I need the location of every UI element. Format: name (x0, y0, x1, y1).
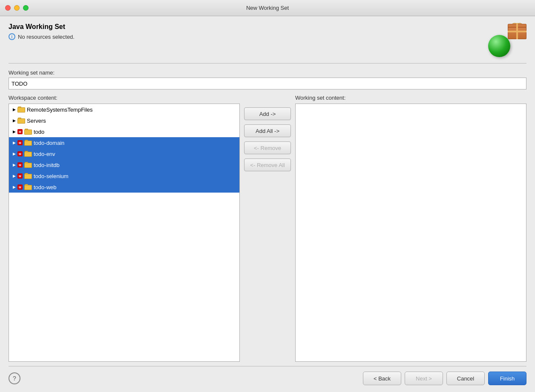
maximize-button[interactable] (23, 5, 29, 11)
maven-badge-todo-domain: M (17, 140, 23, 145)
title-bar: New Working Set (0, 0, 535, 16)
expand-arrow-todo-env: ▶ (12, 151, 17, 156)
remove-all-button[interactable]: <- Remove All (244, 159, 291, 171)
tree-item-label: todo-env (34, 151, 55, 157)
green-sphere-icon (488, 35, 510, 57)
tree-item-todo-selenium[interactable]: ▶ M todo-selenium (9, 170, 239, 182)
workspace-content-panel: Workspace content: ▶ RemoteSystemsTempFi… (9, 95, 240, 362)
name-label: Working set name: (9, 69, 526, 76)
gift-box-icon (508, 23, 526, 39)
folder-icon-todo-selenium (24, 173, 32, 179)
add-all-button[interactable]: Add All -> (244, 124, 291, 137)
maven-badge-todo-initdb: M (17, 162, 23, 167)
workspace-label: Workspace content: (9, 95, 240, 101)
back-button[interactable]: < Back (363, 372, 401, 385)
decorative-icon (488, 23, 526, 57)
tree-item-label: todo (34, 129, 44, 135)
tree-item-servers[interactable]: ▶ Servers (9, 115, 239, 126)
status-message: No resources selected. (18, 34, 75, 40)
tree-item-todo-domain[interactable]: ▶ M todo-domain (9, 137, 239, 148)
close-button[interactable] (5, 5, 11, 11)
tree-item-remote[interactable]: ▶ RemoteSystemsTempFiles (9, 104, 239, 115)
maven-badge-todo-web: M (17, 184, 23, 190)
header-left: Java Working Set i No resources selected… (9, 23, 75, 40)
tree-item-label: todo-web (34, 184, 56, 190)
content-columns: Workspace content: ▶ RemoteSystemsTempFi… (9, 95, 526, 362)
tree-item-todo[interactable]: ▶ M todo (9, 126, 239, 137)
expand-arrow-remote: ▶ (12, 107, 17, 112)
ribbon-vertical (516, 23, 518, 39)
folder-icon-todo-env (24, 151, 32, 157)
maven-badge-todo: M (17, 129, 23, 134)
working-set-tree[interactable] (295, 104, 526, 362)
expand-arrow-todo-selenium: ▶ (12, 173, 17, 179)
expand-arrow-todo-web: ▶ (12, 184, 17, 190)
expand-arrow-todo: ▶ (12, 129, 17, 134)
action-buttons-panel: Add -> Add All -> <- Remove <- Remove Al… (244, 95, 291, 362)
tree-item-label: todo-selenium (34, 173, 69, 179)
maven-badge-todo-env: M (17, 151, 23, 156)
add-button[interactable]: Add -> (244, 107, 291, 120)
cancel-button[interactable]: Cancel (446, 372, 485, 385)
main-content: Java Working Set i No resources selected… (0, 16, 535, 392)
header-section: Java Working Set i No resources selected… (9, 23, 526, 63)
tree-item-label: Servers (27, 118, 46, 124)
workspace-tree[interactable]: ▶ RemoteSystemsTempFiles ▶ Servers (9, 104, 240, 362)
working-set-name-input[interactable] (9, 78, 526, 89)
help-button[interactable]: ? (9, 372, 20, 384)
expand-arrow-todo-domain: ▶ (12, 140, 17, 145)
minimize-button[interactable] (14, 5, 20, 11)
window-title: New Working Set (246, 5, 289, 11)
folder-icon-todo-initdb (24, 162, 32, 168)
folder-icon-todo-web (24, 184, 32, 190)
info-icon: i (9, 33, 15, 40)
bottom-left: ? (9, 372, 20, 384)
info-row: i No resources selected. (9, 33, 75, 40)
bottom-bar: ? < Back Next > Cancel Finish (9, 366, 526, 385)
folder-icon-servers (17, 118, 25, 124)
bottom-right: < Back Next > Cancel Finish (363, 372, 526, 385)
window-controls[interactable] (5, 5, 29, 11)
working-set-content-panel: Working set content: (295, 95, 526, 362)
folder-icon-todo (24, 129, 32, 135)
form-row-name: Working set name: (9, 69, 526, 89)
remove-button[interactable]: <- Remove (244, 141, 291, 154)
folder-icon-todo-domain (24, 140, 32, 146)
tree-item-todo-env[interactable]: ▶ M todo-env (9, 148, 239, 159)
tree-item-label: todo-domain (34, 140, 64, 146)
tree-item-label: todo-initdb (34, 162, 60, 168)
finish-button[interactable]: Finish (488, 372, 526, 385)
tree-item-label: RemoteSystemsTempFiles (27, 107, 93, 113)
working-set-label: Working set content: (295, 95, 526, 101)
page-title: Java Working Set (9, 23, 75, 31)
folder-icon-remote (17, 107, 25, 112)
next-button[interactable]: Next > (405, 372, 443, 385)
tree-item-todo-initdb[interactable]: ▶ M todo-initdb (9, 159, 239, 170)
expand-arrow-todo-initdb: ▶ (12, 162, 17, 167)
maven-badge-todo-selenium: M (17, 173, 23, 179)
tree-item-todo-web[interactable]: ▶ M todo-web (9, 182, 239, 193)
expand-arrow-servers: ▶ (12, 118, 17, 123)
